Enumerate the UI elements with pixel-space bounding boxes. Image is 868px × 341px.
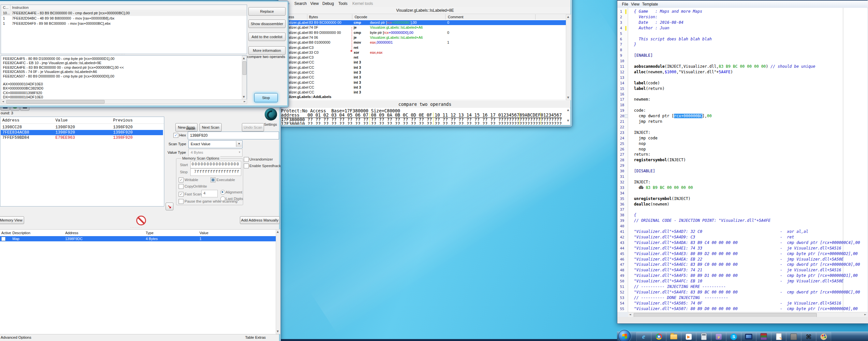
taskbar-internet-explorer-icon[interactable]: e xyxy=(636,332,651,341)
taskbar-media-player-icon[interactable]: ▶ xyxy=(681,332,696,341)
taskbar-skype-icon[interactable]: S xyxy=(726,332,741,341)
skype-icon: S xyxy=(731,334,737,340)
taskbar-cheat-engine-icon[interactable]: ⌘ xyxy=(801,332,816,341)
purple-app-icon: µ xyxy=(716,334,722,340)
calculator-icon xyxy=(701,333,707,340)
taskbar-purple-app-icon[interactable]: µ xyxy=(711,332,726,341)
taskbar-winrar-icon[interactable] xyxy=(756,332,771,341)
taskbar-calculator-icon[interactable] xyxy=(696,332,711,341)
text-editor-icon xyxy=(776,333,782,340)
explorer-icon xyxy=(670,334,677,339)
winrar-icon xyxy=(761,333,767,340)
paint-icon xyxy=(820,334,827,340)
media-player-icon: ▶ xyxy=(686,334,692,340)
windows-flag-icon xyxy=(622,334,627,339)
taskbar-computer-icon[interactable] xyxy=(741,332,756,341)
taskbar-archive-app-icon[interactable] xyxy=(786,332,801,341)
chrome-icon xyxy=(656,334,662,340)
taskbar-explorer-icon[interactable] xyxy=(666,332,681,341)
taskbar-paint-icon[interactable] xyxy=(816,332,831,341)
computer-icon xyxy=(745,334,752,339)
taskbar-chrome-icon[interactable] xyxy=(651,332,666,341)
screen: FileSearchViewDebugToolsKernel tools Vis… xyxy=(0,0,868,341)
taskbar-text-editor-icon[interactable] xyxy=(771,332,786,341)
archive-app-icon xyxy=(790,334,797,340)
cheat-engine-icon: ⌘ xyxy=(806,333,812,340)
internet-explorer-icon: e xyxy=(642,333,645,341)
start-button[interactable] xyxy=(618,330,631,341)
